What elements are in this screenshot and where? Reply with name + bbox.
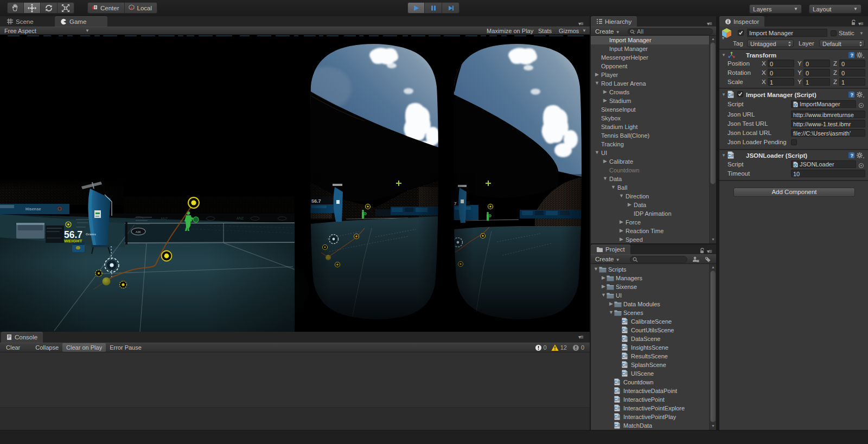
svg-text:C#: C#	[622, 336, 628, 342]
svg-text:C#: C#	[614, 388, 620, 394]
svg-text:?: ?	[850, 92, 853, 98]
svg-text:Grams: Grams	[86, 233, 97, 236]
svg-text:Hisense: Hisense	[25, 207, 41, 211]
svg-text:C#: C#	[727, 92, 734, 98]
svg-text:C#: C#	[622, 319, 628, 324]
svg-text:C#: C#	[614, 379, 620, 385]
svg-text:C#: C#	[614, 414, 620, 420]
svg-text:C#: C#	[622, 353, 628, 359]
svg-text:C#: C#	[622, 327, 628, 333]
svg-text:C#: C#	[622, 371, 628, 376]
svg-text:C#: C#	[622, 345, 628, 350]
svg-text:C#: C#	[727, 153, 734, 158]
svg-text:C#: C#	[614, 406, 620, 411]
svg-text:?: ?	[850, 153, 853, 158]
svg-text:C#: C#	[614, 397, 620, 402]
svg-text:ANZ: ANZ	[237, 216, 244, 220]
svg-text:?: ?	[850, 53, 853, 58]
svg-text:AIK: AIK	[136, 230, 142, 234]
svg-text:C#: C#	[622, 362, 628, 368]
svg-text:C#: C#	[614, 423, 620, 428]
svg-text:WEIGHT: WEIGHT	[64, 239, 82, 243]
